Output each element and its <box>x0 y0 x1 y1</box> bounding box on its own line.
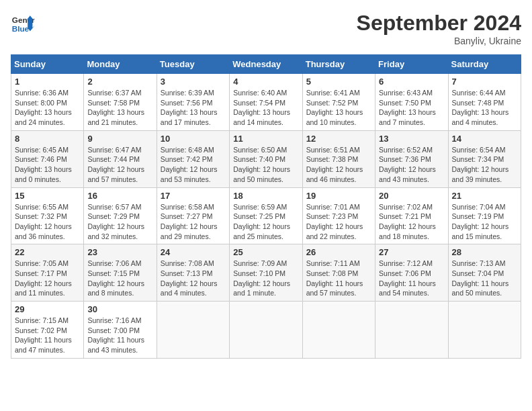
day-detail: Sunrise: 7:16 AMSunset: 7:00 PMDaylight:… <box>87 316 152 355</box>
day-cell: 6 Sunrise: 6:43 AMSunset: 7:50 PMDayligh… <box>375 74 448 131</box>
day-detail: Sunrise: 6:57 AMSunset: 7:29 PMDaylight:… <box>87 202 152 242</box>
day-detail: Sunrise: 7:05 AMSunset: 7:17 PMDaylight:… <box>15 259 80 298</box>
day-number: 24 <box>161 247 226 257</box>
day-detail: Sunrise: 6:37 AMSunset: 7:58 PMDaylight:… <box>87 88 152 128</box>
page-header: General Blue September 2024 Banyliv, Ukr… <box>11 11 521 46</box>
day-detail: Sunrise: 7:02 AMSunset: 7:21 PMDaylight:… <box>379 202 444 242</box>
day-number: 5 <box>306 77 371 87</box>
day-cell: 17 Sunrise: 6:58 AMSunset: 7:27 PMDaylig… <box>157 187 229 244</box>
day-cell: 28 Sunrise: 7:13 AMSunset: 7:04 PMDaylig… <box>448 244 521 302</box>
day-cell: 24 Sunrise: 7:08 AMSunset: 7:13 PMDaylig… <box>157 244 229 302</box>
location: Banyliv, Ukraine <box>357 36 521 46</box>
day-detail: Sunrise: 6:54 AMSunset: 7:34 PMDaylight:… <box>452 145 517 185</box>
day-cell: 1 Sunrise: 6:36 AMSunset: 8:00 PMDayligh… <box>11 74 84 131</box>
day-cell: 3 Sunrise: 6:39 AMSunset: 7:56 PMDayligh… <box>157 74 229 131</box>
day-detail: Sunrise: 6:51 AMSunset: 7:38 PMDaylight:… <box>306 145 371 185</box>
day-number: 20 <box>379 191 444 201</box>
day-number: 15 <box>15 191 80 201</box>
day-cell: 9 Sunrise: 6:47 AMSunset: 7:44 PMDayligh… <box>84 130 157 187</box>
header-saturday: Saturday <box>448 55 521 74</box>
day-number: 18 <box>233 191 298 201</box>
day-detail: Sunrise: 6:43 AMSunset: 7:50 PMDaylight:… <box>379 88 444 128</box>
header-tuesday: Tuesday <box>157 55 229 74</box>
day-detail: Sunrise: 6:59 AMSunset: 7:25 PMDaylight:… <box>233 202 298 242</box>
day-cell: 10 Sunrise: 6:48 AMSunset: 7:42 PMDaylig… <box>157 130 229 187</box>
day-detail: Sunrise: 7:11 AMSunset: 7:08 PMDaylight:… <box>306 259 371 298</box>
header-sunday: Sunday <box>11 55 84 74</box>
day-detail: Sunrise: 6:45 AMSunset: 7:46 PMDaylight:… <box>15 145 80 185</box>
day-number: 13 <box>379 134 444 144</box>
day-detail: Sunrise: 7:13 AMSunset: 7:04 PMDaylight:… <box>452 259 517 298</box>
day-number: 16 <box>87 191 152 201</box>
day-detail: Sunrise: 6:41 AMSunset: 7:52 PMDaylight:… <box>306 88 371 128</box>
day-detail: Sunrise: 6:50 AMSunset: 7:40 PMDaylight:… <box>233 145 298 185</box>
day-cell: 20 Sunrise: 7:02 AMSunset: 7:21 PMDaylig… <box>375 187 448 244</box>
title-block: September 2024 Banyliv, Ukraine <box>357 11 521 46</box>
day-detail: Sunrise: 7:12 AMSunset: 7:06 PMDaylight:… <box>379 259 444 298</box>
day-number: 29 <box>15 304 80 314</box>
day-number: 19 <box>306 191 371 201</box>
day-number: 12 <box>306 134 371 144</box>
day-number: 26 <box>306 247 371 257</box>
day-cell: 16 Sunrise: 6:57 AMSunset: 7:29 PMDaylig… <box>84 187 157 244</box>
day-cell: 22 Sunrise: 7:05 AMSunset: 7:17 PMDaylig… <box>11 244 84 302</box>
day-cell: 19 Sunrise: 7:01 AMSunset: 7:23 PMDaylig… <box>302 187 375 244</box>
calendar-table: Sunday Monday Tuesday Wednesday Thursday… <box>11 54 521 359</box>
day-detail: Sunrise: 6:47 AMSunset: 7:44 PMDaylight:… <box>87 145 152 185</box>
day-detail: Sunrise: 7:08 AMSunset: 7:13 PMDaylight:… <box>161 259 226 298</box>
day-cell: 12 Sunrise: 6:51 AMSunset: 7:38 PMDaylig… <box>302 130 375 187</box>
day-detail: Sunrise: 6:48 AMSunset: 7:42 PMDaylight:… <box>161 145 226 185</box>
day-detail: Sunrise: 6:39 AMSunset: 7:56 PMDaylight:… <box>161 88 226 128</box>
day-cell: 21 Sunrise: 7:04 AMSunset: 7:19 PMDaylig… <box>448 187 521 244</box>
day-detail: Sunrise: 7:15 AMSunset: 7:02 PMDaylight:… <box>15 316 80 355</box>
day-number: 11 <box>233 134 298 144</box>
day-cell: 5 Sunrise: 6:41 AMSunset: 7:52 PMDayligh… <box>302 74 375 131</box>
day-cell: 27 Sunrise: 7:12 AMSunset: 7:06 PMDaylig… <box>375 244 448 302</box>
day-cell <box>448 302 521 359</box>
day-cell: 26 Sunrise: 7:11 AMSunset: 7:08 PMDaylig… <box>302 244 375 302</box>
day-cell <box>375 302 448 359</box>
day-number: 28 <box>452 247 517 257</box>
day-cell: 29 Sunrise: 7:15 AMSunset: 7:02 PMDaylig… <box>11 302 84 359</box>
header-thursday: Thursday <box>302 55 375 74</box>
day-cell <box>230 302 302 359</box>
day-cell: 25 Sunrise: 7:09 AMSunset: 7:10 PMDaylig… <box>230 244 302 302</box>
week-row-4: 22 Sunrise: 7:05 AMSunset: 7:17 PMDaylig… <box>11 244 521 302</box>
day-number: 4 <box>233 77 298 87</box>
day-number: 7 <box>452 77 517 87</box>
day-cell: 7 Sunrise: 6:44 AMSunset: 7:48 PMDayligh… <box>448 74 521 131</box>
weekday-header-row: Sunday Monday Tuesday Wednesday Thursday… <box>11 55 521 74</box>
logo-icon: General Blue <box>11 11 35 35</box>
header-monday: Monday <box>84 55 157 74</box>
day-cell: 2 Sunrise: 6:37 AMSunset: 7:58 PMDayligh… <box>84 74 157 131</box>
day-detail: Sunrise: 7:09 AMSunset: 7:10 PMDaylight:… <box>233 259 298 298</box>
day-number: 1 <box>15 77 80 87</box>
svg-text:Blue: Blue <box>12 24 30 33</box>
day-cell <box>157 302 229 359</box>
day-detail: Sunrise: 7:04 AMSunset: 7:19 PMDaylight:… <box>452 202 517 242</box>
day-number: 14 <box>452 134 517 144</box>
day-detail: Sunrise: 6:58 AMSunset: 7:27 PMDaylight:… <box>161 202 226 242</box>
day-number: 30 <box>87 304 152 314</box>
day-number: 3 <box>161 77 226 87</box>
day-detail: Sunrise: 6:52 AMSunset: 7:36 PMDaylight:… <box>379 145 444 185</box>
week-row-3: 15 Sunrise: 6:55 AMSunset: 7:32 PMDaylig… <box>11 187 521 244</box>
day-detail: Sunrise: 6:44 AMSunset: 7:48 PMDaylight:… <box>452 88 517 128</box>
week-row-1: 1 Sunrise: 6:36 AMSunset: 8:00 PMDayligh… <box>11 74 521 131</box>
day-number: 10 <box>161 134 226 144</box>
day-cell: 8 Sunrise: 6:45 AMSunset: 7:46 PMDayligh… <box>11 130 84 187</box>
day-cell: 11 Sunrise: 6:50 AMSunset: 7:40 PMDaylig… <box>230 130 302 187</box>
day-detail: Sunrise: 6:36 AMSunset: 8:00 PMDaylight:… <box>15 88 80 128</box>
day-number: 8 <box>15 134 80 144</box>
day-cell: 23 Sunrise: 7:06 AMSunset: 7:15 PMDaylig… <box>84 244 157 302</box>
day-number: 23 <box>87 247 152 257</box>
day-number: 9 <box>87 134 152 144</box>
day-detail: Sunrise: 6:40 AMSunset: 7:54 PMDaylight:… <box>233 88 298 128</box>
day-detail: Sunrise: 7:01 AMSunset: 7:23 PMDaylight:… <box>306 202 371 242</box>
day-cell: 15 Sunrise: 6:55 AMSunset: 7:32 PMDaylig… <box>11 187 84 244</box>
day-number: 27 <box>379 247 444 257</box>
header-wednesday: Wednesday <box>230 55 302 74</box>
day-number: 2 <box>87 77 152 87</box>
day-number: 21 <box>452 191 517 201</box>
day-cell: 14 Sunrise: 6:54 AMSunset: 7:34 PMDaylig… <box>448 130 521 187</box>
